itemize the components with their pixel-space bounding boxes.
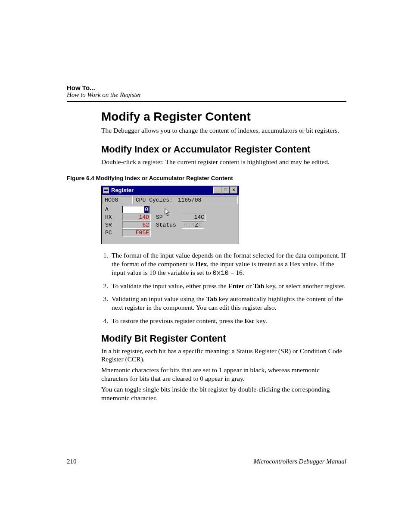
step-2-bold-enter: Enter (228, 282, 245, 289)
system-menu-icon[interactable] (103, 187, 109, 194)
step-2-text-c: or (244, 282, 253, 289)
reg-label-a: A (105, 206, 122, 213)
subsection-1-title: Modify Index or Accumulator Register Con… (101, 144, 346, 155)
cpu-cycles: CPU Cycles: 1165708 (134, 196, 238, 204)
step-4-text-a: To restore the previous register content… (112, 317, 244, 324)
manual-name: Microcontrollers Debugger Manual (253, 458, 346, 465)
step-2-bold-tab: Tab (253, 282, 264, 289)
running-head-title: How To... (67, 84, 346, 91)
step-2: To validate the input value, either pres… (110, 282, 346, 290)
step-4-text-c: key. (255, 317, 267, 324)
page-number: 210 (67, 458, 77, 465)
window-title: Register (111, 187, 213, 193)
window-titlebar[interactable]: Register _ □ × (102, 186, 239, 195)
reg-value-sp[interactable]: 14C (182, 214, 206, 221)
maximize-button[interactable]: □ (221, 187, 230, 194)
step-4-bold-esc: Esc (244, 317, 254, 324)
subsection-2-p3: You can toggle single bits inside the bi… (101, 385, 346, 402)
figure-caption: Figure 6.4 Modifying Index or Accumulato… (67, 175, 346, 181)
step-3-bold-tab: Tab (206, 295, 217, 302)
step-1-text-e: = 16. (229, 269, 244, 276)
step-2-text-e: key, or select another register. (264, 282, 346, 289)
minimize-button[interactable]: _ (213, 187, 221, 194)
reg-value-hx[interactable]: 14D (122, 214, 151, 221)
cycles-value: 1165708 (178, 197, 202, 203)
reg-label-sr: SR (105, 222, 122, 228)
step-2-text-a: To validate the input value, either pres… (112, 282, 228, 289)
section-intro: The Debugger allows you to change the co… (101, 126, 346, 134)
cpu-chip-label: HC08 (103, 196, 133, 204)
step-1-mono: 0x10 (213, 269, 229, 277)
reg-value-sr[interactable]: 62 (122, 221, 151, 229)
reg-label-sp: SP (151, 214, 182, 221)
step-3: Validating an input value using the Tab … (110, 295, 346, 312)
reg-label-pc: PC (105, 230, 122, 236)
subsection-1-intro: Double-click a register. The current reg… (101, 158, 346, 166)
subsection-2-title: Modify Bit Register Content (101, 333, 346, 344)
reg-label-status: Status (151, 222, 182, 228)
subsection-2-p2: Mnemonic characters for bits that are se… (101, 366, 346, 383)
close-button[interactable]: × (230, 187, 238, 194)
reg-value-status[interactable]: HINZC (182, 221, 204, 229)
page-footer: 210 Microcontrollers Debugger Manual (67, 458, 346, 465)
running-head-subtitle: How to Work on the Register (67, 91, 346, 99)
reg-value-a-edit[interactable]: 0 (122, 206, 150, 213)
step-4: To restore the previous register content… (110, 317, 346, 325)
step-3-text-a: Validating an input value using the (112, 295, 206, 302)
section-title: Modify a Register Content (101, 110, 346, 124)
cycles-label: CPU Cycles: (136, 197, 173, 203)
subsection-2-p1: In a bit register, each bit has a specif… (101, 347, 346, 364)
reg-label-hx: HX (105, 214, 122, 221)
steps-list: The format of the input value depends on… (101, 251, 346, 325)
figure-register-window: Register _ □ × HC08 CPU Cycles: 1165708 (101, 186, 346, 244)
step-1-bold: Hex (196, 260, 207, 268)
step-1: The format of the input value depends on… (110, 251, 346, 277)
header-rule (67, 101, 346, 102)
reg-value-a-selected: 0 (144, 206, 149, 213)
reg-value-pc[interactable]: F05E (122, 229, 151, 236)
